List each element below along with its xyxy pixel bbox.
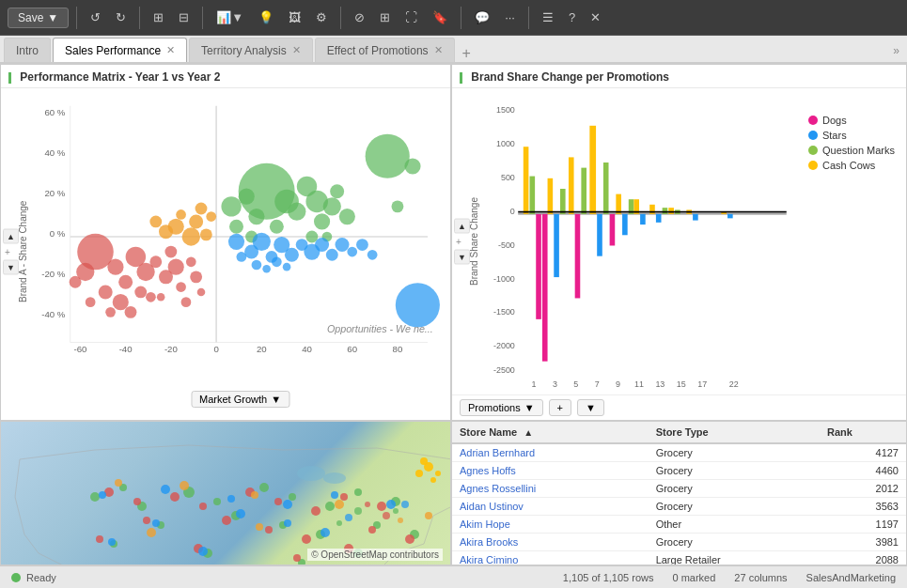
svg-point-192	[108, 538, 116, 546]
more-button[interactable]: ···	[499, 7, 521, 28]
col-rank[interactable]: Rank	[820, 422, 906, 443]
table-row[interactable]: Akira Cimino Large Retailer 2088	[452, 551, 906, 566]
svg-point-35	[176, 282, 186, 292]
store-name-link[interactable]: Aidan Ustinov	[460, 501, 524, 512]
tab-territory-label: Territory Analysis	[201, 44, 287, 57]
table-row[interactable]: Aidan Ustinov Grocery 3563	[452, 498, 906, 516]
brand-share-panel: Brand Share Change per Promotions ▲ + ▼ …	[451, 64, 907, 421]
store-name-link[interactable]: Akira Cimino	[460, 554, 518, 565]
add-tab-button[interactable]: +	[457, 45, 477, 62]
svg-text:11: 11	[634, 379, 644, 389]
gear-button[interactable]: ⚙	[310, 7, 333, 28]
tab-sales-performance[interactable]: Sales Performance ✕	[53, 38, 187, 62]
svg-point-58	[288, 203, 305, 221]
chart-button[interactable]: 📊▼	[211, 7, 249, 28]
svg-point-83	[356, 239, 368, 251]
lightbulb-button[interactable]: 💡	[253, 7, 279, 28]
expand-button[interactable]: ⛶	[399, 7, 423, 28]
brand-nav-down[interactable]: ▼	[454, 250, 470, 265]
svg-point-70	[392, 200, 404, 212]
table-panel[interactable]: Store Name ▲ Store Type Rank Adrian Bern…	[451, 421, 907, 565]
svg-point-90	[283, 263, 291, 271]
brand-nav-up[interactable]: ▲	[454, 219, 470, 234]
svg-text:1: 1	[532, 379, 537, 389]
tab-intro[interactable]: Intro	[4, 38, 51, 62]
redo-button[interactable]: ↻	[110, 7, 132, 28]
svg-text:80: 80	[393, 344, 403, 354]
tab-effect-promotions[interactable]: Effect of Promotions ✕	[315, 38, 455, 62]
svg-point-42	[182, 227, 200, 245]
svg-text:13: 13	[655, 379, 665, 389]
tab-sales-close[interactable]: ✕	[166, 44, 175, 56]
scatter-axis-dropdown[interactable]: Market Growth ▼	[191, 391, 289, 408]
brand-share-title: Brand Share Change per Promotions	[452, 65, 906, 88]
col-store-name[interactable]: Store Name ▲	[452, 422, 649, 443]
cell-rank: 4127	[820, 443, 906, 462]
separator-1	[76, 7, 77, 29]
store-name-link[interactable]: Adrian Bernhard	[460, 447, 535, 458]
legend-cashcows-label: Cash Cows	[822, 160, 875, 171]
brand-svg-area: 1500 1000 500 0 -500 -1000 -1500 -2000 -…	[481, 88, 797, 395]
close-button[interactable]: ✕	[585, 7, 606, 28]
legend-stars: Stars	[808, 130, 895, 141]
brand-add-button[interactable]: +	[549, 399, 571, 416]
svg-point-176	[368, 526, 376, 534]
svg-point-48	[159, 224, 173, 239]
save-button[interactable]: Save ▼	[8, 8, 69, 28]
table-row[interactable]: Akira Brooks Grocery 3981	[452, 534, 906, 551]
svg-point-143	[90, 492, 100, 502]
col-store-type[interactable]: Store Type	[649, 422, 820, 443]
grid-button[interactable]: ⊞	[374, 7, 396, 28]
scatter-nav-down[interactable]: ▼	[3, 260, 19, 275]
menu-button[interactable]: ☰	[537, 7, 559, 28]
svg-point-46	[176, 209, 186, 220]
tab-territory-analysis[interactable]: Territory Analysis ✕	[189, 38, 313, 62]
svg-text:-40: -40	[119, 344, 133, 354]
filter-button[interactable]: ⊘	[349, 7, 370, 28]
store-name-link[interactable]: Agnes Rossellini	[460, 483, 536, 494]
svg-text:-20 %: -20 %	[41, 269, 66, 279]
export-button[interactable]: ⊞	[148, 7, 169, 28]
tab-promotions-close[interactable]: ✕	[434, 44, 443, 56]
promotions-dropdown[interactable]: Promotions ▼	[460, 399, 543, 416]
svg-point-171	[377, 502, 386, 511]
image-button[interactable]: 🖼	[283, 7, 306, 28]
store-name-link[interactable]: Agnes Hoffs	[460, 465, 516, 476]
table-row[interactable]: Agnes Hoffs Grocery 4460	[452, 462, 906, 480]
svg-text:1500: 1500	[496, 105, 515, 115]
brand-plus[interactable]: +	[454, 236, 470, 248]
tab-overflow-button[interactable]: »	[885, 39, 907, 62]
tab-territory-close[interactable]: ✕	[292, 44, 301, 56]
svg-rect-113	[530, 177, 536, 214]
table-row[interactable]: Adrian Bernhard Grocery 4127	[452, 443, 906, 462]
svg-point-85	[396, 283, 440, 327]
svg-point-69	[404, 158, 420, 174]
cell-store-name: Agnes Hoffs	[452, 462, 649, 480]
map-background: © OpenStreetMap contributors	[1, 422, 450, 565]
svg-point-64	[330, 184, 344, 198]
store-name-link[interactable]: Akim Hope	[460, 518, 510, 530]
bookmark-button[interactable]: 🔖	[427, 7, 453, 28]
table-row[interactable]: Akim Hope Other 1197	[452, 516, 906, 534]
undo-button[interactable]: ↺	[85, 7, 106, 28]
brand-more-button[interactable]: ▼	[577, 399, 604, 416]
svg-text:500: 500	[501, 173, 515, 182]
svg-rect-117	[554, 214, 559, 277]
legend-qmarks-label: Question Marks	[822, 145, 895, 156]
status-columns: 27 columns	[734, 572, 787, 583]
store-name-link[interactable]: Akira Brooks	[460, 536, 518, 548]
scatter-plus[interactable]: +	[3, 246, 19, 258]
settings-button[interactable]: ⊟	[173, 7, 195, 28]
status-rows: 1,105 of 1,105 rows	[563, 572, 654, 583]
svg-point-204	[420, 457, 428, 465]
svg-point-189	[236, 509, 245, 518]
svg-point-205	[435, 471, 441, 476]
scatter-nav-up[interactable]: ▲	[3, 229, 19, 244]
svg-point-173	[222, 516, 231, 525]
chat-button[interactable]: 💬	[469, 7, 495, 28]
cell-store-type: Other	[649, 516, 820, 534]
svg-text:22: 22	[729, 379, 739, 389]
svg-point-24	[99, 285, 113, 299]
help-button[interactable]: ?	[563, 7, 581, 28]
table-row[interactable]: Agnes Rossellini Grocery 2012	[452, 480, 906, 498]
